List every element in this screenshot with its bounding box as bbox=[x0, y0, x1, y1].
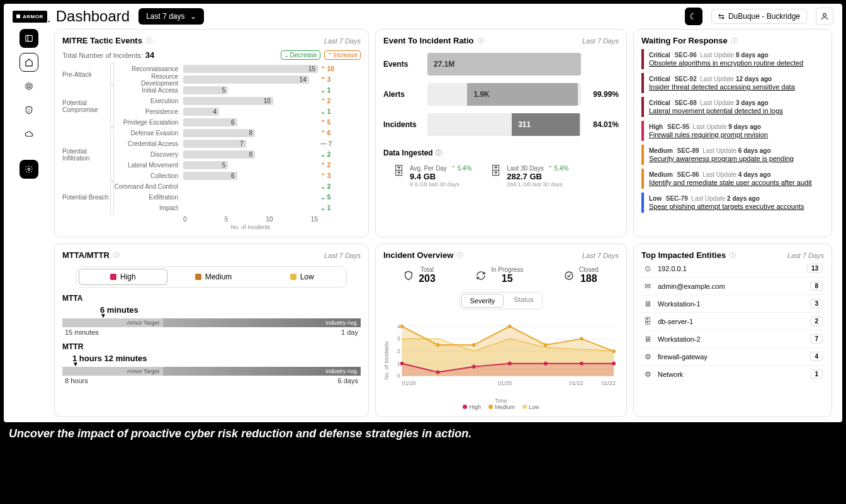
svg-point-20 bbox=[472, 343, 476, 347]
entity-icon: 🗄 bbox=[643, 317, 653, 326]
entity-icon: ⊙ bbox=[643, 264, 653, 273]
mitre-row: Collection6⌃ 3 bbox=[114, 171, 361, 181]
date-range-picker[interactable]: Last 7 days ⌄ bbox=[138, 8, 203, 25]
stat-total: Total203 bbox=[403, 266, 436, 284]
entity-row[interactable]: ⚙firewall-gateway4 bbox=[641, 348, 824, 366]
mitre-title: MITRE Tactic Events bbox=[62, 36, 142, 45]
svg-text:2: 2 bbox=[397, 348, 400, 354]
swap-icon: ⇆ bbox=[718, 12, 725, 21]
nav-cloud[interactable] bbox=[20, 125, 38, 143]
seg-severity[interactable]: Severity bbox=[461, 294, 504, 308]
avg-per-day: 🗄 Avg. Per Day ⌃ 5.4% 9.4 GB 8.9 GB last… bbox=[393, 165, 471, 188]
nav-collapse[interactable] bbox=[20, 29, 38, 48]
svg-point-21 bbox=[508, 325, 512, 328]
svg-point-29 bbox=[544, 362, 548, 366]
stat-closed: Closed188 bbox=[564, 266, 599, 284]
entity-icon: ⚙ bbox=[643, 352, 653, 361]
wfr-item[interactable]: High SEC-95 Last Update 9 days agoFirewa… bbox=[641, 121, 824, 141]
mtta-value: 6 minutes bbox=[100, 305, 361, 315]
mitre-row: Persistence4⌄ 1 bbox=[114, 106, 361, 117]
severity-segment[interactable]: High Medium Low bbox=[76, 266, 347, 288]
mitre-row: Initial Access5⌄ 1 bbox=[114, 85, 361, 96]
data-ingested-title: Data Ingested bbox=[383, 148, 433, 157]
funnel-row: Alerts1.9K99.99% bbox=[383, 83, 619, 106]
wfr-item[interactable]: Low SEC-79 Last Update 2 days agoSpear p… bbox=[641, 193, 824, 213]
svg-point-27 bbox=[472, 365, 476, 369]
dark-mode-toggle[interactable]: ☾ bbox=[685, 8, 702, 25]
person-icon bbox=[820, 12, 829, 21]
svg-point-30 bbox=[580, 362, 584, 366]
wfr-item[interactable]: Critical SEC-92 Last Update 12 days agoI… bbox=[641, 73, 824, 93]
entity-row[interactable]: 🗄db-server-12 bbox=[641, 313, 824, 330]
entity-row[interactable]: ⊙192.0.0.113 bbox=[641, 260, 824, 277]
mitre-row: Impact⌄ 1 bbox=[114, 203, 361, 213]
mitre-group: Potential Infiltration bbox=[62, 128, 114, 181]
wfr-item[interactable]: Critical SEC-96 Last Update 8 days agoOb… bbox=[641, 49, 824, 69]
refresh-icon bbox=[476, 271, 486, 281]
info-icon[interactable]: ⓘ bbox=[731, 36, 738, 45]
mtta-label: MTTA bbox=[62, 294, 361, 303]
entity-row[interactable]: 🖥Workstation-13 bbox=[641, 295, 824, 313]
chevron-down-icon: ⌄ bbox=[190, 12, 196, 21]
nav-target[interactable] bbox=[20, 77, 38, 96]
info-icon[interactable]: ⓘ bbox=[113, 251, 120, 260]
svg-text:0: 0 bbox=[397, 372, 400, 379]
svg-text:No. of Incidents: No. of Incidents bbox=[383, 341, 390, 380]
svg-point-19 bbox=[436, 343, 440, 347]
svg-point-31 bbox=[612, 362, 616, 366]
svg-text:01/22: 01/22 bbox=[601, 380, 615, 386]
org-switcher[interactable]: ⇆ DuBuque - Buckridge bbox=[711, 9, 807, 24]
entities-card: Top Impacted Entities ⓘ Last 7 Days ⊙192… bbox=[633, 244, 832, 417]
account-button[interactable] bbox=[816, 8, 833, 25]
svg-text:4: 4 bbox=[397, 323, 400, 330]
incident-chart: No. of Incidents 43 21 0 bbox=[383, 313, 619, 395]
info-icon[interactable]: ⓘ bbox=[146, 36, 152, 45]
wfr-item[interactable]: Critical SEC-88 Last Update 3 days agoLa… bbox=[641, 97, 824, 117]
svg-point-25 bbox=[400, 362, 404, 366]
info-icon[interactable]: ⓘ bbox=[457, 251, 463, 260]
svg-point-5 bbox=[28, 168, 30, 171]
iov-segment[interactable]: Severity Status bbox=[460, 292, 543, 310]
wfr-card: Waiting For Response ⓘ Critical SEC-96 L… bbox=[633, 29, 832, 237]
mitre-row: Privilege Escalation6⌃ 5 bbox=[114, 117, 361, 128]
svg-point-4 bbox=[29, 111, 30, 111]
info-icon[interactable]: ⓘ bbox=[730, 251, 736, 260]
info-icon[interactable]: ⓘ bbox=[436, 148, 442, 157]
entity-row[interactable]: ✉admin@example.com8 bbox=[641, 277, 824, 295]
mitre-total: 34 bbox=[145, 50, 154, 60]
mitre-axis-label: No. of Incidents bbox=[183, 224, 318, 230]
nav-shield[interactable] bbox=[20, 101, 38, 120]
seg-medium[interactable]: Medium bbox=[169, 267, 258, 287]
svg-text:01/25: 01/25 bbox=[498, 380, 512, 386]
svg-point-28 bbox=[508, 362, 512, 366]
seg-low[interactable]: Low bbox=[257, 267, 346, 287]
svg-rect-1 bbox=[26, 35, 33, 41]
wfr-item[interactable]: Medium SEC-86 Last Update 4 days agoIden… bbox=[641, 169, 824, 189]
wfr-title: Waiting For Response bbox=[641, 36, 728, 45]
entity-icon: 🖥 bbox=[643, 335, 653, 344]
mttr-value: 1 hours 12 minutes bbox=[72, 354, 361, 363]
funnel-card: Event To Incident Ratio ⓘ Last 7 Days Ev… bbox=[375, 29, 627, 237]
armor-logo: ARMOR• bbox=[13, 11, 47, 23]
mttr-bar: Armor TargetIndustry Avg. bbox=[62, 367, 361, 376]
svg-point-2 bbox=[26, 83, 33, 90]
svg-text:01/22: 01/22 bbox=[569, 380, 583, 386]
seg-status[interactable]: Status bbox=[505, 293, 542, 309]
check-icon bbox=[564, 271, 574, 281]
seg-high[interactable]: High bbox=[79, 269, 167, 285]
svg-text:01/28: 01/28 bbox=[402, 380, 416, 386]
legend-increase: ⌃ Increase bbox=[324, 50, 361, 60]
nav-home[interactable] bbox=[20, 53, 38, 72]
nav-settings[interactable] bbox=[20, 160, 38, 179]
funnel-row: Events27.1M bbox=[383, 53, 619, 76]
info-icon[interactable]: ⓘ bbox=[478, 36, 484, 45]
wfr-item[interactable]: Medium SEC-89 Last Update 6 days agoSecu… bbox=[641, 145, 824, 165]
entity-row[interactable]: ⚙Network1 bbox=[641, 366, 824, 383]
database-icon: 🗄 bbox=[490, 165, 502, 188]
entity-row[interactable]: 🖥Workstation-27 bbox=[641, 330, 824, 348]
mitre-group: Potential Compromise bbox=[62, 85, 114, 128]
svg-point-18 bbox=[400, 325, 404, 328]
mitre-row: Discovery8⌄ 2 bbox=[114, 149, 361, 160]
entity-icon: ✉ bbox=[643, 282, 653, 291]
entity-icon: 🖥 bbox=[643, 300, 653, 308]
